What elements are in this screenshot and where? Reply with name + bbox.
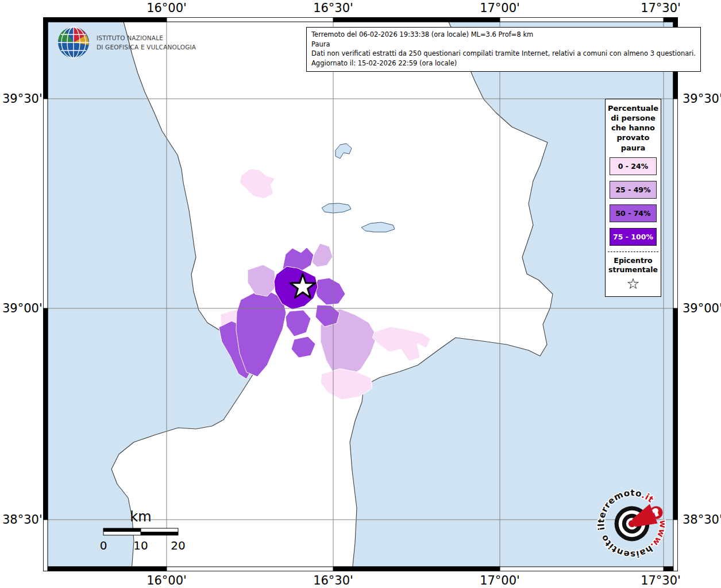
ingv-logo-block: ISTITUTO NAZIONALE DI GEOFISICA E VULCAN…	[56, 25, 196, 60]
legend-swatch-25-49: 25 - 49%	[610, 181, 657, 199]
scale-tick: 20	[171, 539, 185, 552]
lat-label: 38°30'	[2, 513, 38, 527]
info-line-type: Paura	[311, 40, 696, 49]
lon-label: 16°00'	[146, 1, 187, 15]
lat-label: 38°30'	[683, 513, 721, 527]
legend-title: Percentuale di persone che hanno provato…	[608, 103, 658, 153]
lon-label: 17°30'	[641, 1, 681, 15]
scale-unit-label: km	[130, 509, 151, 525]
ingv-name-line1: ISTITUTO NAZIONALE	[97, 33, 196, 42]
ingv-name-line2: DI GEOFISICA E VULCANOLOGIA	[97, 42, 196, 52]
info-line-updated: Aggiornato il: 15-02-2026 22:59 (ora loc…	[311, 59, 696, 68]
lat-label: 39°00'	[683, 301, 721, 315]
legend-epicenter-title: Epicentro strumentale	[608, 256, 658, 275]
info-line-disclaimer: Dati non verificati estratti da 250 ques…	[311, 49, 696, 59]
info-box: Terremoto del 06-02-2026 19:33:38 (ora l…	[306, 27, 701, 72]
lon-label: 17°00'	[480, 1, 520, 15]
lon-label: 17°30'	[641, 574, 681, 587]
scale-bar	[99, 528, 183, 536]
lon-label: 16°30'	[313, 574, 353, 587]
seismic-intensity-map-page: 16°00' 16°30' 17°00' 17°30' 16°00' 16°30…	[0, 0, 721, 588]
lat-label: 39°30'	[683, 92, 721, 106]
legend: Percentuale di persone che hanno provato…	[605, 99, 661, 297]
lat-label: 39°30'	[2, 92, 38, 106]
ingv-globe-icon	[56, 25, 91, 60]
legend-swatch-50-74: 50 - 74%	[610, 204, 657, 222]
legend-swatch-0-24: 0 - 24%	[610, 157, 657, 175]
legend-swatch-75-100: 75 - 100%	[610, 228, 657, 246]
scale-tick: 0	[100, 539, 107, 552]
info-line-event: Terremoto del 06-02-2026 19:33:38 (ora l…	[311, 30, 696, 40]
ingv-name: ISTITUTO NAZIONALE DI GEOFISICA E VULCAN…	[97, 33, 196, 52]
lon-label: 17°00'	[480, 574, 520, 587]
legend-star-icon: ☆	[608, 276, 658, 293]
scale-tick: 10	[133, 539, 148, 552]
lat-label: 39°00'	[2, 301, 38, 315]
lon-label: 16°30'	[313, 1, 353, 15]
legend-separator	[608, 252, 658, 252]
lon-label: 16°00'	[146, 574, 187, 587]
map-canvas	[43, 17, 678, 571]
